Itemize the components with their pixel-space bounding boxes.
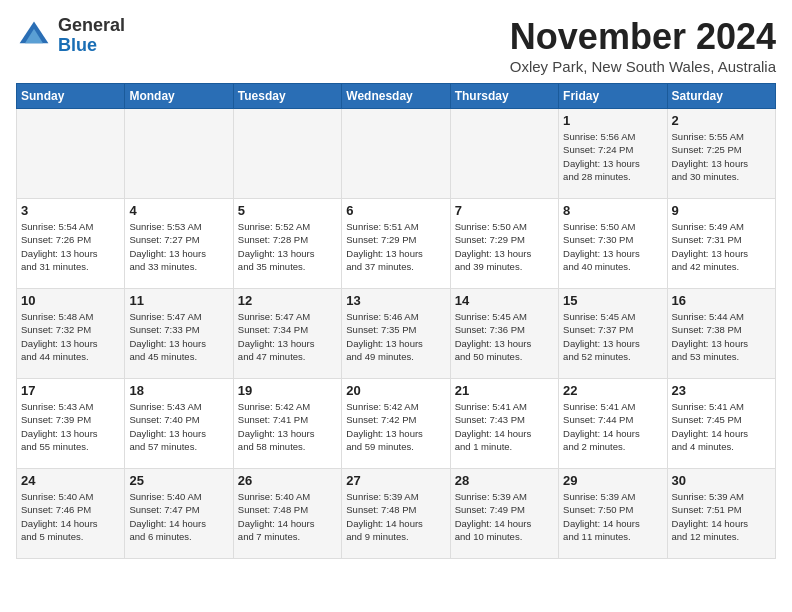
day-cell: 18Sunrise: 5:43 AM Sunset: 7:40 PM Dayli…	[125, 379, 233, 469]
day-info: Sunrise: 5:50 AM Sunset: 7:29 PM Dayligh…	[455, 220, 554, 273]
day-number: 9	[672, 203, 771, 218]
day-number: 7	[455, 203, 554, 218]
week-row-4: 17Sunrise: 5:43 AM Sunset: 7:39 PM Dayli…	[17, 379, 776, 469]
day-number: 28	[455, 473, 554, 488]
week-row-2: 3Sunrise: 5:54 AM Sunset: 7:26 PM Daylig…	[17, 199, 776, 289]
day-info: Sunrise: 5:55 AM Sunset: 7:25 PM Dayligh…	[672, 130, 771, 183]
day-number: 13	[346, 293, 445, 308]
header-cell-monday: Monday	[125, 84, 233, 109]
day-info: Sunrise: 5:49 AM Sunset: 7:31 PM Dayligh…	[672, 220, 771, 273]
week-row-1: 1Sunrise: 5:56 AM Sunset: 7:24 PM Daylig…	[17, 109, 776, 199]
day-number: 20	[346, 383, 445, 398]
day-info: Sunrise: 5:44 AM Sunset: 7:38 PM Dayligh…	[672, 310, 771, 363]
day-cell: 11Sunrise: 5:47 AM Sunset: 7:33 PM Dayli…	[125, 289, 233, 379]
header-cell-wednesday: Wednesday	[342, 84, 450, 109]
day-cell: 20Sunrise: 5:42 AM Sunset: 7:42 PM Dayli…	[342, 379, 450, 469]
day-number: 4	[129, 203, 228, 218]
day-cell: 28Sunrise: 5:39 AM Sunset: 7:49 PM Dayli…	[450, 469, 558, 559]
day-info: Sunrise: 5:45 AM Sunset: 7:36 PM Dayligh…	[455, 310, 554, 363]
day-cell	[125, 109, 233, 199]
day-number: 10	[21, 293, 120, 308]
day-cell: 25Sunrise: 5:40 AM Sunset: 7:47 PM Dayli…	[125, 469, 233, 559]
day-info: Sunrise: 5:52 AM Sunset: 7:28 PM Dayligh…	[238, 220, 337, 273]
day-info: Sunrise: 5:48 AM Sunset: 7:32 PM Dayligh…	[21, 310, 120, 363]
day-cell: 19Sunrise: 5:42 AM Sunset: 7:41 PM Dayli…	[233, 379, 341, 469]
day-cell: 24Sunrise: 5:40 AM Sunset: 7:46 PM Dayli…	[17, 469, 125, 559]
header-cell-sunday: Sunday	[17, 84, 125, 109]
day-number: 29	[563, 473, 662, 488]
day-cell: 1Sunrise: 5:56 AM Sunset: 7:24 PM Daylig…	[559, 109, 667, 199]
day-info: Sunrise: 5:41 AM Sunset: 7:43 PM Dayligh…	[455, 400, 554, 453]
day-info: Sunrise: 5:45 AM Sunset: 7:37 PM Dayligh…	[563, 310, 662, 363]
day-number: 22	[563, 383, 662, 398]
week-row-5: 24Sunrise: 5:40 AM Sunset: 7:46 PM Dayli…	[17, 469, 776, 559]
day-cell	[17, 109, 125, 199]
header-cell-saturday: Saturday	[667, 84, 775, 109]
calendar-table: SundayMondayTuesdayWednesdayThursdayFrid…	[16, 83, 776, 559]
day-info: Sunrise: 5:40 AM Sunset: 7:46 PM Dayligh…	[21, 490, 120, 543]
day-number: 11	[129, 293, 228, 308]
day-cell: 5Sunrise: 5:52 AM Sunset: 7:28 PM Daylig…	[233, 199, 341, 289]
day-number: 3	[21, 203, 120, 218]
day-cell: 12Sunrise: 5:47 AM Sunset: 7:34 PM Dayli…	[233, 289, 341, 379]
location: Oxley Park, New South Wales, Australia	[510, 58, 776, 75]
logo-icon	[16, 18, 52, 54]
day-number: 27	[346, 473, 445, 488]
day-info: Sunrise: 5:41 AM Sunset: 7:44 PM Dayligh…	[563, 400, 662, 453]
day-number: 21	[455, 383, 554, 398]
day-info: Sunrise: 5:39 AM Sunset: 7:51 PM Dayligh…	[672, 490, 771, 543]
day-cell: 23Sunrise: 5:41 AM Sunset: 7:45 PM Dayli…	[667, 379, 775, 469]
day-cell: 26Sunrise: 5:40 AM Sunset: 7:48 PM Dayli…	[233, 469, 341, 559]
day-info: Sunrise: 5:40 AM Sunset: 7:47 PM Dayligh…	[129, 490, 228, 543]
day-info: Sunrise: 5:41 AM Sunset: 7:45 PM Dayligh…	[672, 400, 771, 453]
day-info: Sunrise: 5:51 AM Sunset: 7:29 PM Dayligh…	[346, 220, 445, 273]
day-cell: 4Sunrise: 5:53 AM Sunset: 7:27 PM Daylig…	[125, 199, 233, 289]
calendar-body: 1Sunrise: 5:56 AM Sunset: 7:24 PM Daylig…	[17, 109, 776, 559]
week-row-3: 10Sunrise: 5:48 AM Sunset: 7:32 PM Dayli…	[17, 289, 776, 379]
day-info: Sunrise: 5:47 AM Sunset: 7:34 PM Dayligh…	[238, 310, 337, 363]
header-cell-tuesday: Tuesday	[233, 84, 341, 109]
day-number: 8	[563, 203, 662, 218]
day-number: 18	[129, 383, 228, 398]
day-cell: 22Sunrise: 5:41 AM Sunset: 7:44 PM Dayli…	[559, 379, 667, 469]
day-number: 5	[238, 203, 337, 218]
day-number: 25	[129, 473, 228, 488]
day-number: 12	[238, 293, 337, 308]
day-number: 23	[672, 383, 771, 398]
day-cell: 15Sunrise: 5:45 AM Sunset: 7:37 PM Dayli…	[559, 289, 667, 379]
calendar-header: SundayMondayTuesdayWednesdayThursdayFrid…	[17, 84, 776, 109]
header-row: SundayMondayTuesdayWednesdayThursdayFrid…	[17, 84, 776, 109]
day-cell: 3Sunrise: 5:54 AM Sunset: 7:26 PM Daylig…	[17, 199, 125, 289]
day-cell: 30Sunrise: 5:39 AM Sunset: 7:51 PM Dayli…	[667, 469, 775, 559]
day-number: 15	[563, 293, 662, 308]
day-number: 26	[238, 473, 337, 488]
page-header: General Blue November 2024 Oxley Park, N…	[16, 16, 776, 75]
day-cell: 10Sunrise: 5:48 AM Sunset: 7:32 PM Dayli…	[17, 289, 125, 379]
day-cell: 2Sunrise: 5:55 AM Sunset: 7:25 PM Daylig…	[667, 109, 775, 199]
title-block: November 2024 Oxley Park, New South Wale…	[510, 16, 776, 75]
day-info: Sunrise: 5:39 AM Sunset: 7:50 PM Dayligh…	[563, 490, 662, 543]
day-info: Sunrise: 5:50 AM Sunset: 7:30 PM Dayligh…	[563, 220, 662, 273]
day-info: Sunrise: 5:43 AM Sunset: 7:39 PM Dayligh…	[21, 400, 120, 453]
logo-text: General Blue	[58, 16, 125, 56]
logo-blue: Blue	[58, 35, 97, 55]
day-cell: 7Sunrise: 5:50 AM Sunset: 7:29 PM Daylig…	[450, 199, 558, 289]
day-info: Sunrise: 5:54 AM Sunset: 7:26 PM Dayligh…	[21, 220, 120, 273]
day-info: Sunrise: 5:56 AM Sunset: 7:24 PM Dayligh…	[563, 130, 662, 183]
day-cell: 27Sunrise: 5:39 AM Sunset: 7:48 PM Dayli…	[342, 469, 450, 559]
day-cell	[342, 109, 450, 199]
day-number: 14	[455, 293, 554, 308]
day-cell: 8Sunrise: 5:50 AM Sunset: 7:30 PM Daylig…	[559, 199, 667, 289]
logo-general: General	[58, 15, 125, 35]
day-cell: 14Sunrise: 5:45 AM Sunset: 7:36 PM Dayli…	[450, 289, 558, 379]
day-cell: 6Sunrise: 5:51 AM Sunset: 7:29 PM Daylig…	[342, 199, 450, 289]
day-cell	[233, 109, 341, 199]
day-number: 2	[672, 113, 771, 128]
day-number: 30	[672, 473, 771, 488]
day-number: 6	[346, 203, 445, 218]
day-info: Sunrise: 5:46 AM Sunset: 7:35 PM Dayligh…	[346, 310, 445, 363]
day-cell: 9Sunrise: 5:49 AM Sunset: 7:31 PM Daylig…	[667, 199, 775, 289]
day-number: 16	[672, 293, 771, 308]
day-number: 24	[21, 473, 120, 488]
day-cell	[450, 109, 558, 199]
